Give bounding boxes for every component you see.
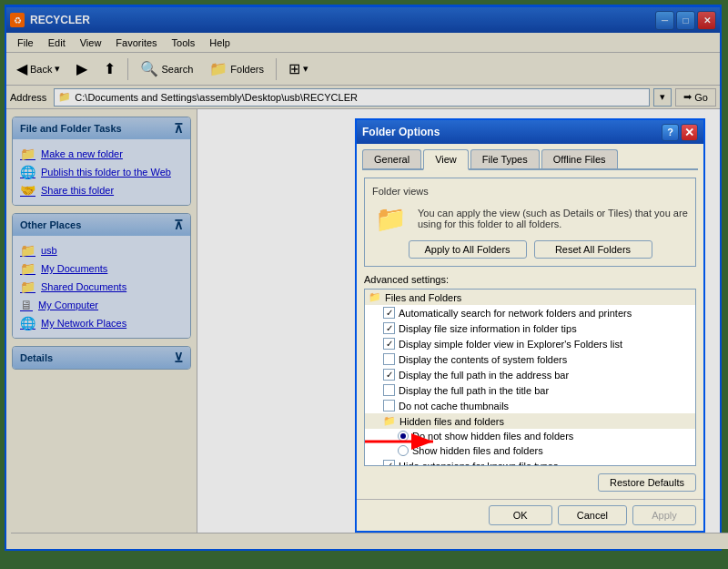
auto-search-checkbox[interactable]: [383, 307, 395, 319]
dialog-footer: OK Cancel Apply: [357, 499, 703, 531]
setting-system-folders[interactable]: Display the contents of system folders: [365, 351, 695, 367]
simple-folder-label: Display simple folder view in Explorer's…: [399, 339, 622, 350]
files-and-folders-label: Files and Folders: [385, 292, 461, 303]
tab-file-types[interactable]: File Types: [470, 149, 540, 168]
setting-full-path-address[interactable]: Display the full path in the address bar: [365, 367, 695, 382]
folder-views-legend: Folder views: [372, 186, 688, 197]
full-path-title-label: Display the full path in the title bar: [399, 385, 549, 396]
apply-button[interactable]: Apply: [632, 505, 696, 525]
file-size-checkbox[interactable]: [383, 322, 395, 334]
restore-row: Restore Defaults: [364, 473, 696, 492]
system-folders-label: Display the contents of system folders: [399, 354, 567, 365]
dialog-help-button[interactable]: ?: [662, 124, 679, 141]
folder-views-description: You can apply the view (such as Details …: [418, 208, 688, 229]
hide-extensions-checkbox[interactable]: [383, 460, 395, 466]
file-size-label: Display file size information in folder …: [399, 323, 577, 334]
tab-general[interactable]: General: [362, 149, 421, 168]
setting-no-cache-thumbnails[interactable]: Do not cache thumbnails: [365, 398, 695, 413]
no-cache-thumbnails-label: Do not cache thumbnails: [399, 401, 509, 412]
folder-views-icon: 📁: [372, 204, 409, 233]
hidden-folder-icon: 📁: [383, 415, 396, 427]
hidden-files-folders-header: 📁 Hidden files and folders: [365, 413, 695, 429]
files-and-folders-header: 📁 Files and Folders: [365, 290, 695, 305]
dialog-title-bar: Folder Options ? ✕: [357, 120, 703, 144]
apply-to-all-folders-button[interactable]: Apply to All Folders: [409, 240, 527, 259]
files-folder-icon: 📁: [369, 291, 381, 303]
hidden-files-label: Hidden files and folders: [399, 416, 504, 427]
full-path-address-label: Display the full path in the address bar: [399, 370, 569, 381]
cancel-button[interactable]: Cancel: [558, 505, 627, 525]
full-path-title-checkbox[interactable]: [383, 384, 395, 396]
dialog-title-buttons: ? ✕: [662, 124, 698, 141]
tab-view[interactable]: View: [423, 149, 469, 170]
dialog-close-button[interactable]: ✕: [681, 124, 698, 141]
ok-button[interactable]: OK: [489, 505, 552, 525]
setting-file-size[interactable]: Display file size information in folder …: [365, 320, 695, 336]
dialog-title: Folder Options: [362, 126, 662, 138]
hide-extensions-label: Hide extensions for known file types: [399, 461, 558, 467]
folder-options-dialog: Folder Options ? ✕ General View File Typ…: [355, 118, 705, 533]
red-arrow-indicator: [360, 428, 442, 457]
restore-defaults-button[interactable]: Restore Defaults: [598, 473, 696, 492]
reset-all-folders-button[interactable]: Reset All Folders: [534, 240, 652, 259]
folder-views-content: 📁 You can apply the view (such as Detail…: [372, 204, 688, 233]
no-cache-thumbnails-checkbox[interactable]: [383, 400, 395, 412]
full-path-address-checkbox[interactable]: [383, 369, 395, 381]
tab-offline-files[interactable]: Offline Files: [541, 149, 618, 168]
system-folders-checkbox[interactable]: [383, 353, 395, 365]
setting-full-path-title[interactable]: Display the full path in the title bar: [365, 382, 695, 398]
setting-hide-extensions[interactable]: Hide extensions for known file types: [365, 458, 695, 466]
auto-search-label: Automatically search for network folders…: [399, 308, 632, 319]
setting-simple-folder[interactable]: Display simple folder view in Explorer's…: [365, 336, 695, 351]
advanced-settings-label: Advanced settings:: [364, 274, 696, 285]
simple-folder-checkbox[interactable]: [383, 338, 395, 350]
setting-auto-search[interactable]: Automatically search for network folders…: [365, 305, 695, 320]
tabs-bar: General View File Types Offline Files: [362, 149, 698, 170]
folder-views-box: Folder views 📁 You can apply the view (s…: [364, 178, 696, 267]
